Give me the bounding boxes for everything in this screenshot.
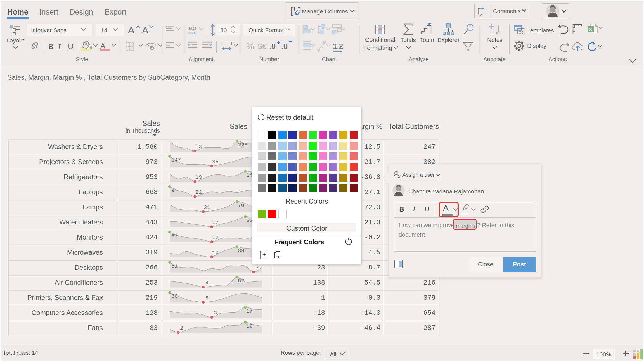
svg-text:X: X [589, 27, 592, 32]
